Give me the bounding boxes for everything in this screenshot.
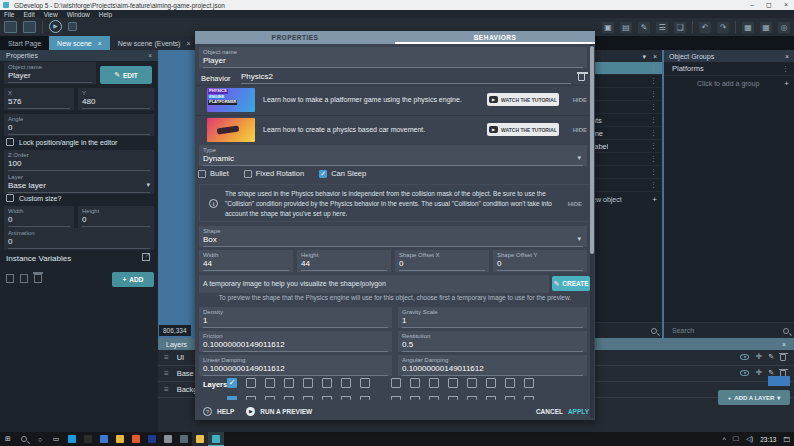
drag-handle-icon[interactable]: ≡ [164, 353, 169, 362]
cortana-icon[interactable]: ○ [32, 432, 48, 446]
search-icon[interactable] [16, 432, 32, 446]
groups-search-input[interactable]: Search [664, 322, 794, 338]
layer-checkbox-9[interactable] [410, 378, 420, 388]
z-order-field[interactable]: Z Order100 [4, 150, 154, 172]
app-edge-icon[interactable] [64, 432, 80, 446]
gdevelop-icon[interactable] [208, 432, 224, 446]
maximize-button[interactable]: ◻ [766, 0, 772, 10]
instances-window-icon[interactable]: ❏ [674, 22, 686, 33]
more-options-icon[interactable]: ⋮ [650, 142, 657, 150]
checkbox-icon[interactable] [244, 170, 252, 178]
more-options-icon[interactable]: ⋮ [650, 155, 657, 163]
effects-icon[interactable]: ✛ [755, 369, 762, 377]
app-orange-icon[interactable] [128, 432, 144, 446]
checkbox-icon[interactable] [6, 194, 14, 202]
layer-checkbox-6[interactable] [341, 378, 351, 388]
custom-size-checkbox[interactable]: Custom size? [6, 194, 61, 202]
tab-start-page[interactable]: Start Page [0, 36, 49, 50]
tab-new-scene[interactable]: New scene× [49, 36, 110, 50]
close-tab-icon[interactable]: × [98, 40, 102, 47]
edit-object-button[interactable]: ✎EDIT [100, 66, 152, 84]
friction-field[interactable]: Friction0.10000000149011612 [199, 331, 392, 352]
mask-checkbox-3[interactable] [284, 396, 294, 400]
mask-checkbox-11[interactable] [448, 396, 458, 400]
delete-layer-icon[interactable] [780, 354, 786, 361]
object-name-field[interactable]: Object namePlayer [199, 47, 587, 68]
mask-checkbox-14[interactable] [505, 396, 515, 400]
paste-icon[interactable] [20, 274, 28, 283]
zoom-icon[interactable]: ◎ [778, 22, 790, 33]
start-icon[interactable]: ⊞ [0, 432, 16, 446]
add-group-row[interactable]: Click to add a group + [664, 76, 794, 90]
density-field[interactable]: Density1 [199, 307, 392, 328]
layer-select[interactable]: LayerBase layer ▾ [4, 172, 154, 194]
project-manager-icon[interactable] [4, 21, 17, 33]
mask-checkbox-6[interactable] [341, 396, 351, 400]
preview-play-icon[interactable]: ▶ [49, 20, 62, 33]
tab-properties[interactable]: PROPERTIES [195, 31, 395, 44]
layer-checkbox-11[interactable] [448, 378, 458, 388]
shape-offset-y-field[interactable]: Shape Offset Y0 [493, 250, 587, 272]
restitution-field[interactable]: Restitution0.5 [398, 331, 587, 352]
app-yellow-icon[interactable] [112, 432, 128, 446]
watch-tutorial-button[interactable]: ▶ WATCH THE TUTORIAL [487, 93, 559, 106]
layer-checkbox-14[interactable] [505, 378, 515, 388]
app-blue-icon[interactable] [96, 432, 112, 446]
more-options-icon[interactable]: ⋮ [650, 129, 657, 137]
export-project-icon[interactable] [23, 21, 36, 33]
add-object-icon[interactable]: ▣ [602, 22, 614, 33]
layer-checkbox-0[interactable] [227, 378, 237, 388]
menu-item-view[interactable]: View [44, 11, 58, 18]
more-options-icon[interactable]: ⋮ [650, 168, 657, 176]
help-icon[interactable]: ? [203, 407, 212, 416]
close-tab-icon[interactable]: × [186, 40, 190, 47]
shape-offset-x-field[interactable]: Shape Offset X0 [395, 250, 489, 272]
display-icon[interactable]: 🖵 [733, 435, 739, 443]
temp-image-field[interactable]: A temporary image to help you visualize … [199, 275, 549, 293]
effects-icon[interactable]: ✛ [755, 353, 762, 361]
layer-checkbox-13[interactable] [486, 378, 496, 388]
menu-item-edit[interactable]: Edit [23, 11, 34, 18]
close-panel-icon[interactable]: × [785, 53, 789, 60]
help-button[interactable]: HELP [217, 408, 234, 415]
layer-checkbox-7[interactable] [360, 378, 370, 388]
app-grey-icon[interactable] [160, 432, 176, 446]
edit-scene-icon[interactable]: ✎ [638, 22, 650, 33]
drag-handle-icon[interactable]: ≡ [164, 369, 169, 378]
app-steel-icon[interactable] [176, 432, 192, 446]
more-options-icon[interactable]: ⋮ [650, 181, 657, 189]
object-name-field[interactable]: Object name Player [4, 62, 96, 84]
mask-checkbox-9[interactable] [410, 396, 420, 400]
menu-item-file[interactable]: File [4, 11, 14, 18]
dialog-scrollbar[interactable] [590, 44, 594, 418]
checkbox-icon[interactable] [198, 170, 206, 178]
add-variable-button[interactable]: +ADD [112, 272, 154, 287]
edit-layer-icon[interactable]: ✎ [768, 353, 774, 361]
create-image-button[interactable]: ✎CREATE [552, 276, 590, 291]
volume-icon[interactable]: ◁) [746, 435, 753, 443]
redo-icon[interactable]: ↷ [717, 22, 729, 33]
close-button[interactable]: × [784, 0, 788, 10]
visibility-icon[interactable] [740, 354, 749, 360]
open-variables-icon[interactable] [142, 253, 150, 261]
layer-checkbox-15[interactable] [524, 378, 534, 388]
more-options-icon[interactable]: ⋮ [650, 64, 657, 72]
mask-checkbox-1[interactable] [246, 396, 256, 400]
layer-checkbox-5[interactable] [322, 378, 332, 388]
group-row-platforms[interactable]: Platforms ⋮ [664, 62, 794, 76]
copy-icon[interactable] [6, 274, 14, 283]
mask-checkbox-0[interactable] [227, 396, 237, 400]
task-view-icon[interactable]: ▭ [48, 432, 64, 446]
angle-field[interactable]: Angle0 [4, 114, 154, 136]
layer-checkbox-2[interactable] [265, 378, 275, 388]
shape-width-field[interactable]: Width44 [199, 250, 293, 272]
layer-color-swatch[interactable] [768, 376, 790, 386]
mask-checkbox-13[interactable] [486, 396, 496, 400]
type-select[interactable]: TypeDynamic ▾ [199, 145, 587, 166]
layer-checkbox-12[interactable] [467, 378, 477, 388]
shape-height-field[interactable]: Height44 [297, 250, 391, 272]
hide-info-button[interactable]: HIDE [568, 201, 582, 207]
mask-checkbox-5[interactable] [322, 396, 332, 400]
apply-button[interactable]: APPLY [568, 408, 589, 415]
objects-list-icon[interactable]: ☰ [656, 22, 668, 33]
